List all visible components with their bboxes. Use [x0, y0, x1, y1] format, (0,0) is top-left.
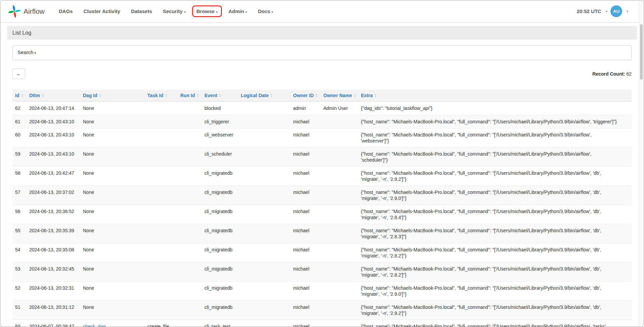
cell-logical-date: [238, 282, 290, 301]
cell-task-id: [145, 148, 178, 167]
airflow-logo-icon: [8, 5, 21, 18]
table-row: 58 2024-06-13, 20:42:47 None cli_migrate…: [12, 167, 632, 186]
navbar-right: 20:52 UTC ▾ AU ▾: [577, 5, 634, 17]
cell-dag-id: None: [80, 186, 145, 205]
cell-owner-id: michael: [290, 224, 321, 243]
column-header-dttm[interactable]: Dttm▲▼: [27, 90, 80, 102]
nav-item-browse[interactable]: Browse▾: [196, 8, 218, 14]
column-header-id[interactable]: Id▲▼: [12, 90, 27, 102]
nav-item-dags[interactable]: DAGs: [59, 8, 73, 14]
cell-task-id: create_file: [145, 320, 178, 327]
cell-extra: {"host_name": "Michaels-MacBook-Pro.loca…: [358, 320, 632, 327]
column-header-owner-id[interactable]: Owner ID▲▼: [290, 90, 321, 102]
sort-desc-icon: ▼: [219, 95, 221, 97]
cell-event: blocked: [202, 102, 238, 115]
nav-item-datasets[interactable]: Datasets: [131, 8, 152, 14]
cell-logical-date: [238, 320, 290, 327]
cell-run-id: [178, 102, 202, 115]
cell-extra: {"host_name": "Michaels-MacBook-Pro.loca…: [358, 301, 632, 320]
airflow-brand[interactable]: Airflow: [8, 5, 45, 18]
nav-item-admin[interactable]: Admin▾: [228, 8, 247, 14]
cell-id: 57: [12, 186, 27, 205]
cell-dttm: 2024-06-13, 20:43:10: [27, 128, 80, 148]
dag-id-link[interactable]: check_dag: [83, 324, 106, 327]
sort-desc-icon: ▼: [99, 95, 101, 97]
utc-clock[interactable]: 20:52 UTC: [577, 8, 601, 14]
column-label: Task Id: [147, 93, 163, 98]
nav-item-cluster-activity[interactable]: Cluster Activity: [84, 8, 120, 14]
cell-extra: {"host_name": "Michaels-MacBook-Pro.loca…: [358, 282, 632, 301]
search-dropdown[interactable]: Search▾: [12, 45, 632, 60]
column-header-run-id[interactable]: Run Id▲▼: [178, 90, 202, 102]
cell-owner-name: [321, 167, 358, 186]
column-header-dag-id[interactable]: Dag Id▲▼: [80, 90, 145, 102]
scrollbar-thumb[interactable]: [640, 24, 643, 80]
cell-dag-id: None: [80, 128, 145, 148]
nav-item-docs[interactable]: Docs▾: [258, 8, 273, 14]
cell-extra: {"host_name": "Michaels-MacBook-Pro.loca…: [358, 148, 632, 167]
cell-logical-date: [238, 262, 290, 282]
back-button[interactable]: ←: [12, 69, 25, 79]
cell-owner-id: michael: [290, 262, 321, 282]
column-header-event[interactable]: Event▲▼: [202, 90, 238, 102]
brand-label: Airflow: [24, 7, 45, 15]
cell-id: 61: [12, 115, 27, 128]
cell-owner-id: admin: [290, 102, 321, 115]
chevron-down-icon: ▾: [216, 10, 218, 14]
cell-owner-name: [321, 115, 358, 128]
chevron-down-icon: ▾: [272, 10, 273, 14]
record-count-label: Record Count:: [592, 71, 625, 77]
cell-owner-id: michael: [290, 148, 321, 167]
column-label: Run Id: [180, 93, 195, 98]
cell-extra: {"dag_ids": "tutorial_taskflow_api"}: [358, 102, 632, 115]
cell-run-id: [178, 148, 202, 167]
cell-extra: {"host_name": "Michaels-MacBook-Pro.loca…: [358, 128, 632, 148]
cell-dttm: 2024-06-13, 20:31:12: [27, 301, 80, 320]
chevron-down-icon: ▾: [245, 10, 247, 14]
column-header-task-id[interactable]: Task Id▲▼: [145, 90, 178, 102]
table-row: 52 2024-06-13, 20:32:31 None cli_migrate…: [12, 282, 632, 301]
column-label: Extra: [361, 93, 373, 98]
cell-run-id: [178, 115, 202, 128]
cell-owner-id: michael: [290, 243, 321, 262]
column-header-extra[interactable]: Extra▲▼: [358, 90, 632, 102]
table-row: 54 2024-06-13, 20:35:08 None cli_migrate…: [12, 243, 632, 262]
cell-event: cli_migratedb: [202, 262, 238, 282]
cell-task-id: [145, 205, 178, 224]
column-label: Id: [15, 93, 19, 98]
chevron-down-icon[interactable]: ▾: [627, 9, 628, 13]
cell-logical-date: [238, 167, 290, 186]
chevron-down-icon[interactable]: ▾: [606, 9, 607, 13]
cell-run-id: [178, 262, 202, 282]
cell-event: cli_migratedb: [202, 167, 238, 186]
user-avatar[interactable]: AU: [610, 5, 622, 17]
cell-event: cli_migratedb: [202, 282, 238, 301]
cell-dttm: 2024-06-13, 20:37:02: [27, 186, 80, 205]
cell-logical-date: [238, 115, 290, 128]
table-row: 61 2024-06-13, 20:43:10 None cli_trigger…: [12, 115, 632, 128]
cell-event: cli_migratedb: [202, 186, 238, 205]
cell-extra: {"host_name": "Michaels-MacBook-Pro.loca…: [358, 243, 632, 262]
panel-body: Search▾ ← Record Count: 62 Id▲▼: [7, 45, 637, 327]
sort-icon: ▲▼: [42, 93, 44, 97]
sort-desc-icon: ▼: [315, 95, 318, 97]
cell-dag-id: None: [80, 262, 145, 282]
cell-owner-id: michael: [290, 205, 321, 224]
column-header-logical-date[interactable]: Logical Date▲▼: [238, 90, 290, 102]
table-row: 59 2024-06-13, 20:43:10 None cli_schedul…: [12, 148, 632, 167]
cell-id: 54: [12, 243, 27, 262]
cell-dttm: 2024-06-13, 20:47:14: [27, 102, 80, 115]
column-label: Event: [204, 93, 217, 98]
cell-dttm: 2024-06-13, 20:35:08: [27, 243, 80, 262]
nav-item-security[interactable]: Security▾: [163, 8, 186, 14]
cell-dttm: 2024-06-13, 20:42:47: [27, 167, 80, 186]
cell-owner-id: michael: [290, 128, 321, 148]
cell-dag-id: None: [80, 167, 145, 186]
sort-icon: ▲▼: [197, 93, 199, 97]
scrollbar[interactable]: [639, 1, 643, 326]
column-header-owner-name[interactable]: Owner Name▲▼: [321, 90, 358, 102]
cell-run-id: [178, 186, 202, 205]
cell-run-id: [178, 301, 202, 320]
cell-owner-name: [321, 262, 358, 282]
cell-owner-name: [321, 128, 358, 148]
